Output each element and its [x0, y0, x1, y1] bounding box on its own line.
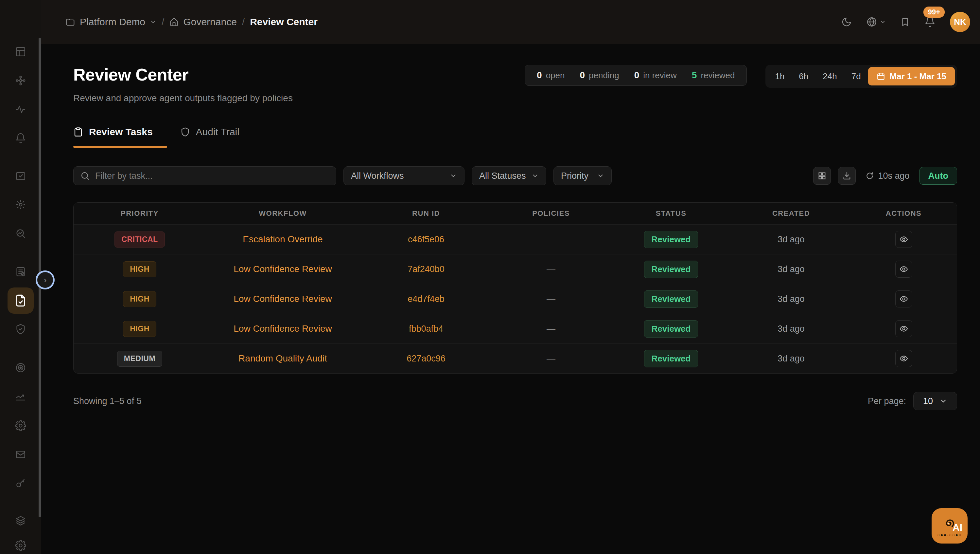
refresh-icon [865, 172, 874, 180]
priority-badge: HIGH [123, 291, 156, 307]
chevron-down-icon [597, 172, 604, 179]
time-range-6h[interactable]: 6h [792, 67, 816, 85]
trend-line-icon [15, 391, 26, 402]
breadcrumb-project[interactable]: Platform Demo [65, 16, 156, 27]
shield-check-icon [15, 324, 26, 335]
ai-chip-label: AI [953, 522, 963, 533]
run-id-link[interactable]: c46f5e06 [408, 235, 444, 244]
run-id-link[interactable]: e4d7f4eb [407, 294, 444, 304]
sidebar-item-insights[interactable] [0, 228, 41, 239]
sun-icon [15, 199, 26, 210]
time-range-7d[interactable]: 7d [844, 67, 868, 85]
sidebar-item-settings-bottom[interactable] [0, 540, 41, 551]
run-id-link[interactable]: 7af240b0 [407, 264, 444, 275]
export-button[interactable] [838, 167, 856, 185]
folder-icon [65, 17, 75, 27]
sidebar-item-compliance[interactable] [0, 324, 41, 335]
download-icon [842, 171, 851, 180]
sidebar-item-tasks[interactable] [0, 170, 41, 181]
mail-icon [15, 449, 26, 460]
column-priority: PRIORITY [73, 209, 206, 218]
ai-assistant-button[interactable]: AI ○●●·○○●○ [932, 508, 967, 543]
sidebar-item-dashboard[interactable] [0, 46, 41, 57]
sidebar-item-targets[interactable] [0, 362, 41, 373]
view-task-button[interactable] [895, 291, 912, 307]
sidebar-item-review-center[interactable] [8, 287, 34, 314]
stat-reviewed: 5reviewed [692, 70, 735, 81]
time-range-selector: 1h 6h 24h 7d Mar 1 - Mar 15 [765, 65, 957, 88]
sidebar-item-trends[interactable] [0, 391, 41, 402]
view-task-button[interactable] [895, 231, 912, 248]
time-range-custom-active[interactable]: Mar 1 - Mar 15 [868, 67, 955, 85]
priority-badge: MEDIUM [117, 351, 162, 367]
breadcrumb-section-label: Governance [183, 16, 237, 27]
table-row: CRITICAL Escalation Override c46f5e06 — … [73, 224, 957, 254]
chevron-down-icon [531, 172, 539, 179]
status-badge: Reviewed [644, 261, 698, 278]
breadcrumb: Platform Demo / Governance / Review Cent… [65, 16, 318, 27]
sidebar-expand-button[interactable]: › [36, 270, 55, 289]
table-row: HIGH Low Confidence Review fbb0afb4 — Re… [73, 314, 957, 343]
workflow-link[interactable]: Low Confidence Review [234, 324, 332, 334]
policies-value: — [547, 324, 555, 334]
search-input[interactable] [95, 171, 329, 181]
sidebar-item-mail[interactable] [0, 449, 41, 460]
search-stats-icon [15, 228, 26, 239]
sidebar-item-reports[interactable] [0, 266, 41, 277]
table-footer: Showing 1–5 of 5 Per page: 10 [73, 392, 957, 410]
auto-refresh-toggle[interactable]: Auto [920, 167, 957, 185]
eye-icon [899, 354, 908, 363]
column-workflow: WORKFLOW [206, 209, 360, 218]
sidebar-item-activity[interactable] [0, 104, 41, 115]
workflow-link[interactable]: Low Confidence Review [234, 264, 332, 275]
sidebar-item-keys[interactable] [0, 478, 41, 489]
bookmarks-button[interactable] [900, 17, 910, 27]
language-selector[interactable] [866, 16, 886, 27]
key-icon [15, 478, 26, 489]
time-range-24h[interactable]: 24h [816, 67, 844, 85]
bell-icon [15, 133, 26, 144]
bookmark-icon [900, 17, 910, 27]
workflow-link[interactable]: Low Confidence Review [234, 294, 332, 304]
sidebar-item-optimize[interactable] [0, 199, 41, 210]
grid-view-button[interactable] [813, 167, 831, 185]
priority-filter-dropdown[interactable]: Priority [554, 166, 612, 185]
refresh-status[interactable]: 10s ago [865, 171, 909, 181]
view-task-button[interactable] [895, 261, 912, 278]
user-avatar[interactable]: NK [950, 12, 970, 32]
calendar-icon [877, 72, 885, 81]
tab-review-tasks[interactable]: Review Tasks [73, 126, 153, 147]
run-id-link[interactable]: 627a0c96 [407, 354, 445, 364]
tab-audit-trail[interactable]: Audit Trail [180, 126, 239, 147]
status-filter-dropdown[interactable]: All Statuses [472, 166, 546, 185]
time-range-1h[interactable]: 1h [768, 67, 792, 85]
sidebar-item-layers[interactable] [0, 515, 41, 526]
policies-value: — [547, 235, 555, 244]
view-task-button[interactable] [895, 320, 912, 337]
notifications-button[interactable]: 99+ [924, 16, 935, 27]
breadcrumb-section[interactable]: Governance [169, 16, 237, 27]
search-icon [80, 171, 90, 181]
theme-toggle-button[interactable] [841, 17, 852, 27]
bell-icon [924, 16, 935, 27]
page-title: Review Center [73, 65, 293, 85]
review-tasks-table: PRIORITY WORKFLOW RUN ID POLICIES STATUS… [73, 202, 957, 374]
table-row: HIGH Low Confidence Review e4d7f4eb — Re… [73, 284, 957, 314]
run-id-link[interactable]: fbb0afb4 [409, 324, 443, 334]
workflow-link[interactable]: Escalation Override [243, 234, 323, 244]
per-page-select[interactable]: 10 [913, 392, 957, 410]
column-run-id: RUN ID [360, 209, 492, 218]
topbar: ○○●●·○○○●○●○○ Platform Demo / [0, 0, 980, 44]
column-policies: POLICIES [492, 209, 610, 218]
priority-badge: HIGH [123, 261, 156, 277]
sidebar-item-alerts[interactable] [0, 133, 41, 144]
globe-icon [866, 16, 877, 27]
breadcrumb-current: Review Center [250, 16, 318, 27]
view-task-button[interactable] [895, 350, 912, 367]
table-row: HIGH Low Confidence Review 7af240b0 — Re… [73, 254, 957, 284]
workflow-filter-dropdown[interactable]: All Workflows [344, 166, 465, 185]
sidebar-item-settings[interactable] [0, 420, 41, 431]
home-icon [169, 18, 178, 27]
workflow-link[interactable]: Random Quality Audit [239, 353, 327, 364]
sidebar-item-workflows[interactable] [0, 75, 41, 86]
